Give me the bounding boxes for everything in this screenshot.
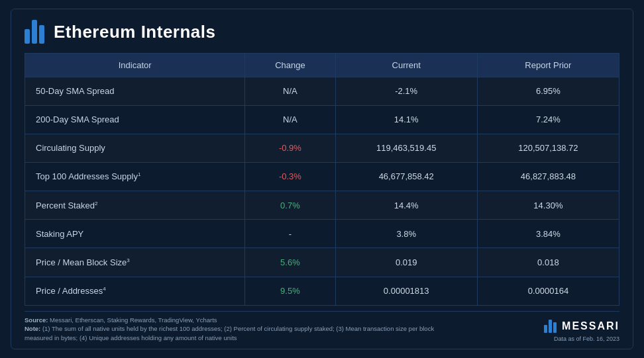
cell-change: N/A [245, 105, 335, 134]
header: Ethereum Internals [25, 20, 619, 44]
footer-right: MESSARI Data as of Feb. 16, 2023 [544, 320, 619, 342]
col-change: Change [245, 54, 335, 77]
footer: Source: Messari, Etherscan, Staking Rewa… [25, 311, 619, 342]
cell-change: -0.9% [245, 134, 335, 162]
data-as-of: Data as of Feb. 16, 2023 [554, 336, 619, 342]
cell-current: 3.8% [335, 220, 477, 248]
cell-report-prior: 0.018 [477, 248, 619, 277]
cell-indicator: Price / Addresses4 [25, 277, 245, 305]
cell-current: 46,677,858.42 [335, 162, 477, 191]
cell-report-prior: 6.95% [477, 77, 619, 106]
cell-indicator: Staking APY [25, 220, 245, 248]
data-table: Indicator Change Current Report Prior 50… [25, 53, 619, 306]
note-text: (1) The sum of all native units held by … [25, 325, 434, 341]
cell-report-prior: 14.30% [477, 191, 619, 220]
table-row: Circulating Supply-0.9%119,463,519.45120… [25, 134, 619, 162]
messari-footer-icon [544, 320, 557, 333]
cell-report-prior: 3.84% [477, 220, 619, 248]
col-indicator: Indicator [25, 54, 245, 77]
table-row: 200-Day SMA SpreadN/A14.1%7.24% [25, 105, 619, 134]
note-label: Note: [25, 325, 40, 332]
source-text: Messari, Etherscan, Staking Rewards, Tra… [50, 316, 217, 324]
messari-bar-1 [544, 325, 547, 333]
table-row: Percent Staked20.7%14.4%14.30% [25, 191, 619, 220]
cell-current: 119,463,519.45 [335, 134, 477, 162]
messari-logo-icon [25, 20, 44, 44]
cell-indicator: 50-Day SMA Spread [25, 77, 245, 106]
cell-change: 9.5% [245, 277, 335, 305]
cell-indicator: Top 100 Addresses Supply1 [25, 162, 245, 191]
cell-indicator: Circulating Supply [25, 134, 245, 162]
cell-indicator: Percent Staked2 [25, 191, 245, 220]
logo-bar-3 [39, 25, 44, 44]
messari-brand-name: MESSARI [562, 320, 619, 332]
cell-change: 0.7% [245, 191, 335, 220]
footer-left: Source: Messari, Etherscan, Staking Rewa… [25, 316, 449, 342]
messari-bar-3 [553, 322, 557, 333]
cell-report-prior: 46,827,883.48 [477, 162, 619, 191]
cell-current: -2.1% [335, 77, 477, 106]
table-row: Top 100 Addresses Supply1-0.3%46,677,858… [25, 162, 619, 191]
source-label: Source: [25, 316, 48, 324]
logo-bar-2 [32, 20, 37, 44]
cell-report-prior: 120,507,138.72 [477, 134, 619, 162]
cell-change: -0.3% [245, 162, 335, 191]
cell-change: 5.6% [245, 248, 335, 277]
col-report-prior: Report Prior [477, 54, 619, 77]
cell-indicator: 200-Day SMA Spread [25, 105, 245, 134]
table-row: Price / Mean Block Size35.6%0.0190.018 [25, 248, 619, 277]
col-current: Current [335, 54, 477, 77]
table-row: Staking APY-3.8%3.84% [25, 220, 619, 248]
cell-change: - [245, 220, 335, 248]
table-row: Price / Addresses49.5%0.000018130.000016… [25, 277, 619, 305]
messari-brand-logo: MESSARI [544, 320, 619, 333]
cell-indicator: Price / Mean Block Size3 [25, 248, 245, 277]
cell-change: N/A [245, 77, 335, 106]
messari-bar-2 [549, 320, 552, 333]
cell-report-prior: 0.0000164 [477, 277, 619, 305]
cell-current: 14.1% [335, 105, 477, 134]
cell-current: 14.4% [335, 191, 477, 220]
cell-report-prior: 7.24% [477, 105, 619, 134]
cell-current: 0.019 [335, 248, 477, 277]
logo-bar-1 [25, 29, 30, 44]
cell-current: 0.00001813 [335, 277, 477, 305]
table-row: 50-Day SMA SpreadN/A-2.1%6.95% [25, 77, 619, 106]
table-header-row: Indicator Change Current Report Prior [25, 54, 619, 77]
main-card: Ethereum Internals Indicator Change Curr… [11, 9, 633, 349]
page-title: Ethereum Internals [54, 22, 216, 42]
